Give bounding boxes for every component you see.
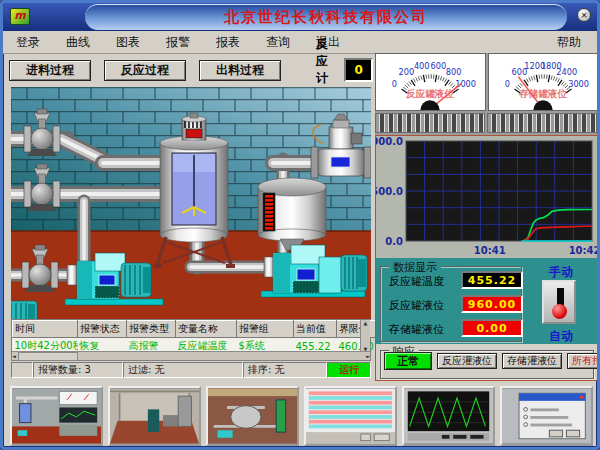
pump-motor bbox=[121, 263, 151, 297]
column-header-1[interactable]: 时间 bbox=[13, 321, 78, 338]
table-vertical-scrollbar[interactable]: ▲ ▼ bbox=[360, 320, 370, 352]
column-header-5[interactable]: 报警组 bbox=[237, 321, 294, 338]
column-header-7[interactable]: 界限值 bbox=[337, 321, 380, 338]
thumbnail-process-detail[interactable] bbox=[206, 386, 299, 446]
status-spacer bbox=[11, 362, 33, 378]
svg-text:3000.0: 3000.0 bbox=[376, 136, 403, 147]
valve-display bbox=[331, 157, 350, 167]
menu-item-help[interactable]: 帮助 bbox=[541, 34, 597, 51]
thumbnail-alarm-report[interactable] bbox=[304, 386, 397, 446]
vent-strip bbox=[375, 111, 599, 135]
close-icon[interactable]: ✕ bbox=[577, 8, 591, 22]
menu-item-4[interactable]: 报警 bbox=[153, 34, 203, 51]
svg-text:0: 0 bbox=[505, 79, 510, 89]
screen-selector bbox=[7, 383, 599, 449]
right-panel: 02004006008001000反应罐液位 06001200180024003… bbox=[375, 53, 599, 381]
gauge-strip: 02004006008001000反应罐液位 06001200180024003… bbox=[375, 53, 599, 111]
process-button-1[interactable]: 进料过程 bbox=[9, 60, 91, 81]
data-label: 反应罐液位 bbox=[389, 298, 444, 313]
switch-knob bbox=[552, 304, 567, 319]
svg-text:10:42: 10:42 bbox=[569, 245, 598, 256]
app-window: m 北京世纪长秋科技有限公司 ✕ 登录曲线图表报警报表查询退出 帮助 进料过程反… bbox=[0, 0, 600, 450]
manual-label: 手动 bbox=[524, 264, 598, 281]
run-status-badge: 运行 bbox=[327, 362, 371, 378]
data-row-2: 反应罐液位960.00 bbox=[381, 293, 521, 317]
title-banner: 北京世纪长秋科技有限公司 bbox=[85, 4, 567, 30]
title-bar: m 北京世纪长秋科技有限公司 ✕ bbox=[3, 3, 597, 31]
filter-status: 过滤: 无 bbox=[123, 362, 243, 378]
column-header-4[interactable]: 变量名称 bbox=[176, 321, 237, 338]
menu-item-6[interactable]: 查询 bbox=[253, 34, 303, 51]
data-row-3: 存储罐液位0.00 bbox=[381, 317, 521, 341]
agitator-motor bbox=[182, 113, 206, 140]
svg-text:1500.0: 1500.0 bbox=[376, 186, 403, 197]
gauge-storage-level: 06001200180024003000存储罐液位 bbox=[488, 53, 599, 111]
auto-label: 自动 bbox=[524, 328, 598, 345]
process-button-3[interactable]: 出料过程 bbox=[199, 60, 281, 81]
pump-motor bbox=[341, 255, 367, 291]
column-header-3[interactable]: 报警类型 bbox=[127, 321, 176, 338]
status-normal-badge: 正常 bbox=[384, 352, 432, 370]
table-horizontal-scrollbar[interactable]: ◄ ► bbox=[12, 351, 370, 360]
corner-motor bbox=[11, 301, 37, 319]
scroll-thumb[interactable] bbox=[18, 352, 78, 361]
svg-text:600: 600 bbox=[430, 61, 446, 71]
process-toolbar: 进料过程反应过程出料过程 反应计数 0 bbox=[9, 55, 373, 85]
response-button-2[interactable]: 存储灌液位 bbox=[502, 353, 562, 369]
storage-tank[interactable] bbox=[258, 178, 326, 250]
data-display-panel: 数据显示 反应罐温度455.22反应罐液位960.00存储罐液位0.00 手动 … bbox=[376, 258, 598, 344]
svg-text:反应罐液位: 反应罐液位 bbox=[405, 88, 455, 99]
svg-text:800: 800 bbox=[446, 67, 462, 77]
response-panel: 响应 正常 反应灌液位存储灌液位所有报警 bbox=[376, 344, 598, 380]
svg-text:0.0: 0.0 bbox=[385, 236, 403, 247]
motor-indicator bbox=[186, 129, 202, 138]
reaction-counter-display: 0 bbox=[344, 58, 373, 82]
trend-chart: 3000.01500.00.010:4110:42 bbox=[376, 136, 598, 258]
manual-auto-switch[interactable] bbox=[542, 280, 576, 324]
response-button-3[interactable]: 所有报警 bbox=[567, 353, 600, 369]
alarm-table: 时间报警状态报警类型变量名称报警组当前值界限值优先10时42分00秒恢复高报警反… bbox=[11, 319, 371, 361]
status-bar: 报警数量: 3 过滤: 无 排序: 无 运行 bbox=[11, 362, 371, 378]
app-icon[interactable]: m bbox=[10, 8, 30, 25]
menu-bar-items: 登录曲线图表报警报表查询退出 bbox=[3, 34, 353, 51]
scroll-right-icon[interactable]: ► bbox=[366, 353, 370, 359]
data-label: 存储罐液位 bbox=[389, 322, 444, 337]
data-value: 455.22 bbox=[461, 271, 523, 289]
data-value: 0.00 bbox=[461, 319, 523, 337]
svg-text:存储罐液位: 存储罐液位 bbox=[518, 88, 568, 99]
pump-display bbox=[297, 269, 315, 280]
svg-text:3000: 3000 bbox=[568, 79, 589, 89]
svg-text:10:41: 10:41 bbox=[474, 245, 506, 256]
gauge-reactor-level: 02004006008001000反应罐液位 bbox=[375, 53, 486, 111]
thumbnail-settings-dialog[interactable] bbox=[500, 386, 593, 446]
svg-text:2400: 2400 bbox=[556, 67, 577, 77]
scroll-up-icon[interactable]: ▲ bbox=[364, 320, 368, 326]
menu-bar: 登录曲线图表报警报表查询退出 帮助 bbox=[3, 31, 597, 54]
menu-item-1[interactable]: 登录 bbox=[3, 34, 53, 51]
scroll-left-icon[interactable]: ◄ bbox=[12, 353, 16, 359]
column-header-2[interactable]: 报警状态 bbox=[78, 321, 127, 338]
column-header-6[interactable]: 当前值 bbox=[294, 321, 337, 338]
menu-item-2[interactable]: 曲线 bbox=[53, 34, 103, 51]
window-title: 北京世纪长秋科技有限公司 bbox=[224, 8, 428, 27]
vent-panel bbox=[375, 113, 485, 133]
sort-status: 排序: 无 bbox=[243, 362, 327, 378]
storage-level-bars bbox=[265, 195, 273, 230]
alarm-count: 报警数量: 3 bbox=[33, 362, 123, 378]
plant-graphic bbox=[11, 87, 371, 319]
vent-panel bbox=[487, 113, 597, 133]
thumbnail-process-overview[interactable] bbox=[10, 386, 103, 446]
menu-item-3[interactable]: 图表 bbox=[103, 34, 153, 51]
process-button-2[interactable]: 反应过程 bbox=[104, 60, 186, 81]
data-row-1: 反应罐温度455.22 bbox=[381, 269, 521, 293]
svg-text:200: 200 bbox=[399, 67, 415, 77]
thumbnail-trend-curves[interactable] bbox=[402, 386, 495, 446]
svg-text:0: 0 bbox=[392, 79, 397, 89]
data-value: 960.00 bbox=[461, 295, 523, 313]
thumbnail-workshop-3d[interactable] bbox=[108, 386, 201, 446]
menu-item-5[interactable]: 报表 bbox=[203, 34, 253, 51]
svg-text:1000: 1000 bbox=[455, 79, 476, 89]
response-button-1[interactable]: 反应灌液位 bbox=[437, 353, 497, 369]
data-label: 反应罐温度 bbox=[389, 274, 444, 289]
svg-text:400: 400 bbox=[414, 61, 430, 71]
